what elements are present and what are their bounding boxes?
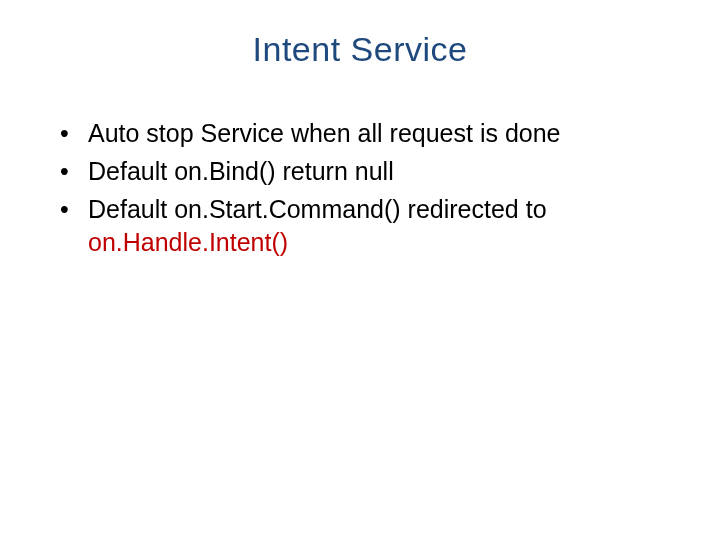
bullet-text-prefix: Default on.Start.Command() redirected to [88, 195, 547, 223]
bullet-text: Auto stop Service when all request is do… [88, 119, 561, 147]
list-item: Default on.Start.Command() redirected to… [60, 193, 680, 261]
bullet-text: Default on.Bind() return null [88, 157, 394, 185]
bullet-list: Auto stop Service when all request is do… [40, 117, 680, 260]
list-item: Default on.Bind() return null [60, 155, 680, 189]
slide-title: Intent Service [40, 30, 680, 69]
list-item: Auto stop Service when all request is do… [60, 117, 680, 151]
bullet-text-highlight: on.Handle.Intent() [88, 228, 288, 256]
